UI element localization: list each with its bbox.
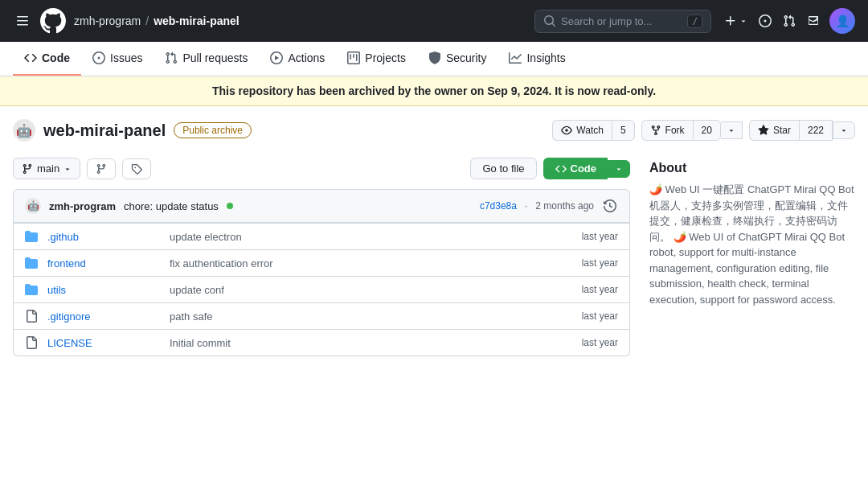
file-row: utils update conf last year (14, 276, 629, 302)
security-tab-icon (428, 51, 441, 64)
code-button-label: Code (571, 162, 597, 175)
commit-hash[interactable]: c7d3e8a (480, 200, 517, 212)
repo-link[interactable]: web-mirai-panel (154, 14, 240, 27)
file-time: last year (582, 257, 618, 269)
archive-banner: This repository has been archived by the… (0, 76, 868, 106)
navbar-search[interactable]: Search or jump to... / (534, 10, 711, 33)
pr-icon (783, 14, 796, 27)
file-row: LICENSE Initial commit last year (14, 329, 629, 356)
file-explorer: main Go to file Code (13, 148, 630, 356)
file-time: last year (582, 284, 618, 295)
fork-button[interactable]: Fork (641, 120, 693, 141)
avatar[interactable]: 👤 (829, 8, 855, 34)
code-button[interactable]: Code (543, 158, 608, 179)
watch-count[interactable]: 5 (612, 120, 635, 141)
file-message: Initial commit (170, 337, 572, 349)
code-tab-icon (24, 51, 37, 64)
file-name[interactable]: .gitignore (47, 310, 160, 323)
repo-title[interactable]: web-mirai-panel (43, 121, 166, 140)
chevron-down-branch-icon (63, 165, 72, 173)
file-table: .github update electron last year fronte… (13, 223, 630, 356)
commit-separator: · (525, 200, 527, 212)
star-count[interactable]: 222 (799, 120, 833, 141)
tabbar: Code Issues Pull requests Actions Projec… (0, 42, 868, 76)
fork-split-button[interactable] (721, 121, 743, 139)
file-row: .github update electron last year (14, 223, 629, 249)
tab-code[interactable]: Code (13, 42, 81, 76)
breadcrumb-separator: / (145, 14, 149, 27)
navbar: zmh-program / web-mirai-panel Search or … (0, 0, 868, 42)
tab-insights[interactable]: Insights (497, 42, 576, 76)
commit-message[interactable]: chore: update status (124, 200, 219, 212)
tags-icon (131, 163, 142, 175)
search-icon (543, 14, 556, 27)
pull-requests-button[interactable] (778, 10, 800, 32)
tab-issues[interactable]: Issues (81, 42, 154, 76)
github-logo[interactable] (40, 8, 66, 34)
fork-count[interactable]: 20 (693, 120, 721, 141)
file-name[interactable]: LICENSE (47, 337, 160, 349)
branch-icon (22, 163, 33, 175)
archive-banner-text: This repository has been archived by the… (212, 84, 656, 97)
file-name[interactable]: utils (47, 284, 160, 296)
commit-avatar: 🤖 (25, 198, 41, 214)
actions-tab-icon (270, 51, 283, 64)
watch-button-group: Watch 5 (552, 120, 634, 141)
commit-history-button[interactable] (602, 198, 618, 214)
projects-tab-icon (347, 51, 360, 64)
breadcrumb: zmh-program / web-mirai-panel (74, 14, 240, 27)
commit-status-dot (227, 203, 233, 209)
tab-code-label: Code (42, 51, 70, 64)
tab-insights-label: Insights (526, 51, 565, 64)
tab-projects[interactable]: Projects (336, 42, 417, 76)
about-description: 🌶️ Web UI 一键配置 ChatGPT Mirai QQ Bot 机器人，… (649, 182, 855, 307)
history-icon (604, 199, 616, 212)
file-time: last year (582, 310, 618, 322)
file-row: .gitignore path safe last year (14, 302, 629, 329)
fork-button-group: Fork 20 (641, 120, 743, 141)
watch-label: Watch (576, 125, 604, 136)
file-time: last year (582, 231, 618, 242)
issues-button[interactable] (754, 10, 776, 32)
code-button-icon (555, 163, 567, 175)
file-time: last year (582, 337, 618, 348)
insights-tab-icon (509, 51, 522, 64)
file-name[interactable]: .github (47, 231, 160, 243)
search-shortcut: / (687, 14, 702, 28)
tab-projects-label: Projects (365, 51, 406, 64)
file-message: update electron (170, 231, 572, 243)
file-icon (25, 336, 38, 349)
commit-author[interactable]: zmh-program (49, 200, 116, 212)
file-row: frontend fix authentication error last y… (14, 249, 629, 276)
notifications-button[interactable] (802, 10, 825, 32)
chevron-down-fork-icon (727, 126, 735, 134)
tags-button[interactable] (122, 158, 151, 179)
goto-file-button[interactable]: Go to file (470, 158, 536, 179)
star-split-button[interactable] (833, 121, 855, 139)
code-dropdown-button[interactable] (608, 160, 630, 178)
branches-icon (96, 163, 107, 175)
owner-link[interactable]: zmh-program (74, 14, 141, 27)
tab-pull-requests-label: Pull requests (182, 51, 248, 64)
watch-button[interactable]: Watch (552, 120, 612, 141)
hamburger-menu-button[interactable] (13, 11, 32, 31)
tab-issues-label: Issues (110, 51, 142, 64)
star-button[interactable]: Star (749, 120, 799, 141)
repo-owner-avatar: 🤖 (13, 119, 35, 142)
repo-header: 🤖 web-mirai-panel Public archive Watch 5… (0, 106, 868, 148)
chevron-down-code-icon (615, 165, 623, 173)
commit-time: 2 months ago (535, 200, 594, 212)
file-name[interactable]: frontend (47, 257, 160, 269)
star-icon (758, 125, 769, 136)
new-button[interactable] (719, 10, 752, 32)
file-icon (25, 310, 38, 323)
branches-button[interactable] (87, 158, 116, 179)
tab-pull-requests[interactable]: Pull requests (154, 42, 259, 76)
tab-actions[interactable]: Actions (259, 42, 336, 76)
repo-actions: Watch 5 Fork 20 Star 222 (552, 120, 855, 141)
star-button-group: Star 222 (749, 120, 855, 141)
tab-security[interactable]: Security (417, 42, 498, 76)
chevron-down-star-icon (840, 126, 848, 134)
branch-button[interactable]: main (13, 158, 80, 179)
issues-tab-icon (92, 51, 105, 64)
